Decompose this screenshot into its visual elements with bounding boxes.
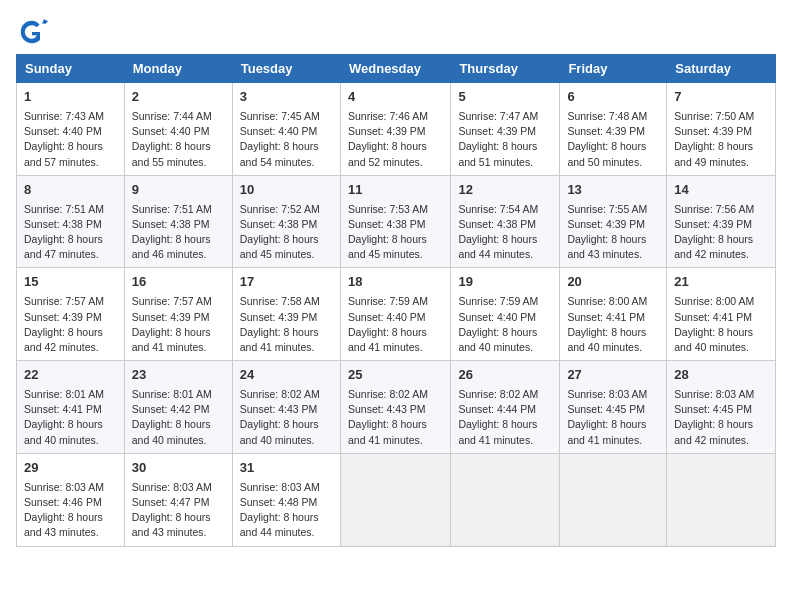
calendar-week-row: 15Sunrise: 7:57 AMSunset: 4:39 PMDayligh…: [17, 268, 776, 361]
day-number: 21: [674, 273, 768, 292]
day-number: 9: [132, 181, 225, 200]
calendar-cell: 28Sunrise: 8:03 AMSunset: 4:45 PMDayligh…: [667, 361, 776, 454]
sunrise: Sunrise: 8:03 AM: [567, 388, 647, 400]
sunrise: Sunrise: 8:00 AM: [674, 295, 754, 307]
weekday-header: Saturday: [667, 55, 776, 83]
sunrise: Sunrise: 7:56 AM: [674, 203, 754, 215]
calendar-cell: 7Sunrise: 7:50 AMSunset: 4:39 PMDaylight…: [667, 83, 776, 176]
sunrise: Sunrise: 7:44 AM: [132, 110, 212, 122]
weekday-header: Thursday: [451, 55, 560, 83]
daylight: Daylight: 8 hours and 42 minutes.: [674, 233, 753, 260]
sunset: Sunset: 4:39 PM: [132, 311, 210, 323]
day-number: 16: [132, 273, 225, 292]
calendar-cell: 21Sunrise: 8:00 AMSunset: 4:41 PMDayligh…: [667, 268, 776, 361]
calendar-cell: 31Sunrise: 8:03 AMSunset: 4:48 PMDayligh…: [232, 453, 340, 546]
daylight: Daylight: 8 hours and 41 minutes.: [348, 326, 427, 353]
sunrise: Sunrise: 7:48 AM: [567, 110, 647, 122]
calendar-cell: 26Sunrise: 8:02 AMSunset: 4:44 PMDayligh…: [451, 361, 560, 454]
sunset: Sunset: 4:44 PM: [458, 403, 536, 415]
logo: [16, 16, 52, 48]
calendar-week-row: 1Sunrise: 7:43 AMSunset: 4:40 PMDaylight…: [17, 83, 776, 176]
calendar-cell: [340, 453, 450, 546]
calendar-cell: 29Sunrise: 8:03 AMSunset: 4:46 PMDayligh…: [17, 453, 125, 546]
day-number: 22: [24, 366, 117, 385]
calendar-cell: 20Sunrise: 8:00 AMSunset: 4:41 PMDayligh…: [560, 268, 667, 361]
calendar-cell: 14Sunrise: 7:56 AMSunset: 4:39 PMDayligh…: [667, 175, 776, 268]
daylight: Daylight: 8 hours and 44 minutes.: [240, 511, 319, 538]
day-number: 13: [567, 181, 659, 200]
calendar-cell: 23Sunrise: 8:01 AMSunset: 4:42 PMDayligh…: [124, 361, 232, 454]
sunset: Sunset: 4:38 PM: [458, 218, 536, 230]
sunset: Sunset: 4:39 PM: [567, 218, 645, 230]
calendar-cell: 11Sunrise: 7:53 AMSunset: 4:38 PMDayligh…: [340, 175, 450, 268]
sunrise: Sunrise: 7:46 AM: [348, 110, 428, 122]
sunrise: Sunrise: 7:59 AM: [348, 295, 428, 307]
sunset: Sunset: 4:46 PM: [24, 496, 102, 508]
daylight: Daylight: 8 hours and 40 minutes.: [674, 326, 753, 353]
day-number: 30: [132, 459, 225, 478]
daylight: Daylight: 8 hours and 41 minutes.: [348, 418, 427, 445]
day-number: 5: [458, 88, 552, 107]
sunset: Sunset: 4:43 PM: [348, 403, 426, 415]
calendar-cell: 22Sunrise: 8:01 AMSunset: 4:41 PMDayligh…: [17, 361, 125, 454]
daylight: Daylight: 8 hours and 57 minutes.: [24, 140, 103, 167]
sunrise: Sunrise: 7:51 AM: [132, 203, 212, 215]
daylight: Daylight: 8 hours and 45 minutes.: [348, 233, 427, 260]
weekday-header: Tuesday: [232, 55, 340, 83]
calendar-cell: 2Sunrise: 7:44 AMSunset: 4:40 PMDaylight…: [124, 83, 232, 176]
sunset: Sunset: 4:45 PM: [674, 403, 752, 415]
weekday-header: Friday: [560, 55, 667, 83]
calendar-cell: 1Sunrise: 7:43 AMSunset: 4:40 PMDaylight…: [17, 83, 125, 176]
daylight: Daylight: 8 hours and 43 minutes.: [24, 511, 103, 538]
sunrise: Sunrise: 8:02 AM: [240, 388, 320, 400]
day-number: 23: [132, 366, 225, 385]
sunset: Sunset: 4:39 PM: [567, 125, 645, 137]
day-number: 19: [458, 273, 552, 292]
daylight: Daylight: 8 hours and 41 minutes.: [240, 326, 319, 353]
sunrise: Sunrise: 8:01 AM: [132, 388, 212, 400]
daylight: Daylight: 8 hours and 40 minutes.: [24, 418, 103, 445]
calendar-cell: 30Sunrise: 8:03 AMSunset: 4:47 PMDayligh…: [124, 453, 232, 546]
calendar-week-row: 29Sunrise: 8:03 AMSunset: 4:46 PMDayligh…: [17, 453, 776, 546]
day-number: 14: [674, 181, 768, 200]
sunrise: Sunrise: 7:43 AM: [24, 110, 104, 122]
sunrise: Sunrise: 7:54 AM: [458, 203, 538, 215]
sunset: Sunset: 4:41 PM: [567, 311, 645, 323]
calendar-cell: 27Sunrise: 8:03 AMSunset: 4:45 PMDayligh…: [560, 361, 667, 454]
sunset: Sunset: 4:39 PM: [348, 125, 426, 137]
daylight: Daylight: 8 hours and 43 minutes.: [132, 511, 211, 538]
sunset: Sunset: 4:38 PM: [132, 218, 210, 230]
sunrise: Sunrise: 8:02 AM: [348, 388, 428, 400]
day-number: 2: [132, 88, 225, 107]
sunrise: Sunrise: 8:01 AM: [24, 388, 104, 400]
daylight: Daylight: 8 hours and 44 minutes.: [458, 233, 537, 260]
sunrise: Sunrise: 7:59 AM: [458, 295, 538, 307]
sunrise: Sunrise: 8:03 AM: [674, 388, 754, 400]
sunset: Sunset: 4:38 PM: [24, 218, 102, 230]
sunrise: Sunrise: 7:55 AM: [567, 203, 647, 215]
day-number: 3: [240, 88, 333, 107]
day-number: 11: [348, 181, 443, 200]
sunset: Sunset: 4:43 PM: [240, 403, 318, 415]
calendar-header-row: SundayMondayTuesdayWednesdayThursdayFrid…: [17, 55, 776, 83]
daylight: Daylight: 8 hours and 41 minutes.: [458, 418, 537, 445]
daylight: Daylight: 8 hours and 52 minutes.: [348, 140, 427, 167]
sunrise: Sunrise: 7:45 AM: [240, 110, 320, 122]
daylight: Daylight: 8 hours and 43 minutes.: [567, 233, 646, 260]
daylight: Daylight: 8 hours and 46 minutes.: [132, 233, 211, 260]
sunset: Sunset: 4:40 PM: [24, 125, 102, 137]
daylight: Daylight: 8 hours and 41 minutes.: [132, 326, 211, 353]
calendar-cell: 6Sunrise: 7:48 AMSunset: 4:39 PMDaylight…: [560, 83, 667, 176]
sunset: Sunset: 4:39 PM: [240, 311, 318, 323]
daylight: Daylight: 8 hours and 42 minutes.: [24, 326, 103, 353]
day-number: 20: [567, 273, 659, 292]
calendar-week-row: 8Sunrise: 7:51 AMSunset: 4:38 PMDaylight…: [17, 175, 776, 268]
sunset: Sunset: 4:39 PM: [458, 125, 536, 137]
day-number: 24: [240, 366, 333, 385]
daylight: Daylight: 8 hours and 45 minutes.: [240, 233, 319, 260]
daylight: Daylight: 8 hours and 54 minutes.: [240, 140, 319, 167]
day-number: 29: [24, 459, 117, 478]
daylight: Daylight: 8 hours and 40 minutes.: [458, 326, 537, 353]
sunrise: Sunrise: 8:00 AM: [567, 295, 647, 307]
sunrise: Sunrise: 8:02 AM: [458, 388, 538, 400]
